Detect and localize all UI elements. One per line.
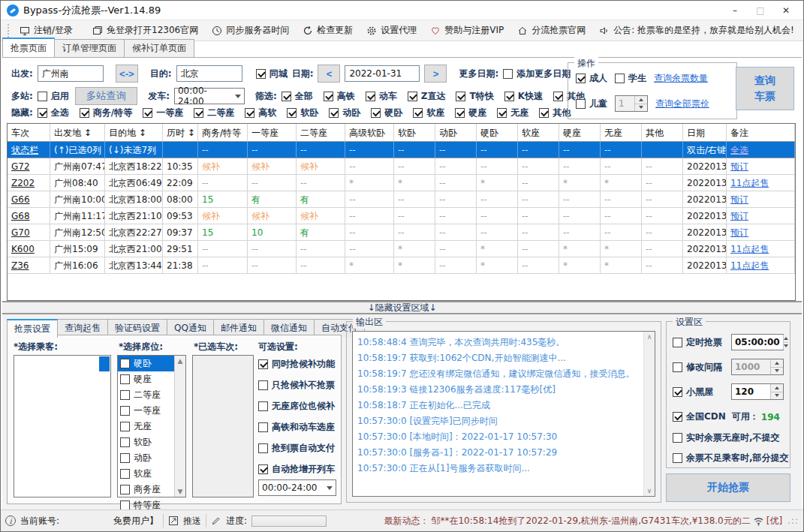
hide-checkbox-硬座[interactable]: 硬座 [455,107,486,119]
hide-checkbox-二等座[interactable]: 二等座 [194,107,234,119]
table-header-cell[interactable]: 其他 [642,124,683,142]
option-checkbox-自动抢增开列车[interactable]: 自动抢增开列车 [258,463,335,476]
date-prev-button[interactable]: < [318,65,340,83]
table-header-cell[interactable]: 软座 [518,124,559,142]
settings-tab-抢票设置[interactable]: 抢票设置 [7,319,58,338]
booking-link[interactable]: 预订 [730,211,748,221]
date-next-button[interactable]: > [424,65,447,83]
table-row[interactable]: G68广州南11:17北京西21:1009:53候补候补候补----------… [8,208,795,224]
tab-候补订单页面[interactable]: 候补订单页面 [124,39,194,57]
filter-checkbox-动车[interactable]: 动车 [366,90,397,103]
tab-抢票页面[interactable]: 抢票页面 [2,38,55,57]
table-header-cell[interactable]: 出发地 ↕ [50,124,105,142]
option-checkbox-无座席位也候补[interactable]: 无座席位也候补 [258,400,335,413]
seat-option-无座[interactable]: 无座 [118,419,174,434]
toolbar-item-2[interactable]: 免登录打开12306官网 [87,22,203,39]
grab-time-range-dropdown[interactable]: 00:00-24:00 [258,479,336,496]
setting-checkbox-余票不足乘客时,部分提交[interactable]: 余票不足乘客时,部分提交 [673,452,784,464]
train-number-link[interactable]: G70 [11,227,30,238]
hide-checkbox-高软[interactable]: 高软 [245,107,276,119]
booking-link[interactable]: 11点起售 [730,260,769,271]
train-number-link[interactable]: K600 [11,244,35,254]
selected-trains-box[interactable] [192,355,254,497]
table-row[interactable]: Z36广州16:06北京西13:4421:38------**--*--**--… [8,257,795,274]
train-number-link[interactable]: G68 [11,211,30,221]
close-button[interactable]: ✕ [775,3,797,18]
child-checkbox[interactable]: 儿童 [576,98,607,110]
table-header-cell[interactable]: 软卧 [394,124,435,142]
seat-option-一等座[interactable]: 一等座 [118,403,174,419]
table-header-cell[interactable]: 车次 [8,124,50,142]
seat-listbox[interactable]: 硬卧硬座二等座一等座无座软卧动卧软座商务座特等座 ▲▼ [117,355,186,497]
filter-checkbox-T特快[interactable]: T特快 [456,90,493,103]
option-checkbox-只抢候补不抢票[interactable]: 只抢候补不抢票 [258,379,335,392]
tab-订单管理页面[interactable]: 订单管理页面 [54,39,125,57]
option-checkbox-高铁和动车选座[interactable]: 高铁和动车选座 [258,421,335,434]
seat-option-动卧[interactable]: 动卧 [118,450,174,466]
table-header-cell[interactable]: 商务/特等 [198,124,248,142]
toolbar-item-3[interactable]: 同步服务器时间 [206,22,294,39]
hide-settings-splitter[interactable]: ↓隐藏设置区域↓ [2,301,802,314]
seat-scrollbar[interactable]: ▲▼ [174,356,185,497]
same-city-checkbox-box[interactable] [256,69,266,79]
table-row[interactable]: G70广州南12:50北京西22:2709:371510有-----------… [8,224,795,241]
table-header-cell[interactable]: 日期 [683,124,727,142]
option-checkbox-抢到票自动支付[interactable]: 抢到票自动支付 [258,442,335,455]
filter-checkbox-高铁[interactable]: 高铁 [324,90,355,103]
table-status-row[interactable]: 状态栏(↑)已选0列(↓)未选7列--------------------双击/… [8,142,795,158]
setting-spinner[interactable]: 05:00:00 [731,334,784,350]
table-row[interactable]: G66广州南10:00北京西18:0008:0015有有------------… [8,191,795,208]
toolbar-item-7[interactable]: 分流抢票官网 [512,22,591,39]
multi-query-button[interactable]: 多站查询 [75,87,137,105]
toolbar-item-5[interactable]: 设置代理 [361,22,422,39]
seat-option-软座[interactable]: 软座 [118,466,174,482]
table-header-cell[interactable]: 无座 [601,124,642,142]
dest-input[interactable] [176,65,242,82]
depart-input[interactable] [38,65,104,82]
booking-link[interactable]: 11点起售 [730,244,769,254]
depart-time-dropdown[interactable]: 00:00-24:00 [174,88,245,104]
table-row[interactable]: G72广州南07:47北京西18:2210:35候补候补候补----------… [8,158,795,175]
seat-option-二等座[interactable]: 二等座 [118,387,174,403]
setting-spinner[interactable]: 1000 [731,359,784,375]
minimize-button[interactable]: – [724,3,746,18]
output-scrollbar[interactable]: ∧∨ [643,332,655,496]
table-header-cell[interactable]: 硬卧 [477,124,518,142]
train-number-link[interactable]: G66 [11,194,30,205]
filter-checkbox-K快速[interactable]: K快速 [504,90,543,103]
maximize-button[interactable]: □ [749,3,772,18]
hide-checkbox-无座[interactable]: 无座 [497,107,528,119]
setting-checkbox-实时余票无座时,不提交[interactable]: 实时余票无座时,不提交 [673,431,784,444]
table-header-cell[interactable]: 历时 ↕ [163,124,198,142]
swap-stations-button[interactable]: <-> [116,65,138,83]
hide-checkbox-其他[interactable]: 其他 [539,107,571,119]
seat-option-硬卧[interactable]: 硬卧 [118,356,174,371]
seat-option-商务座[interactable]: 商务座 [118,482,174,497]
table-header-cell[interactable]: 动卧 [435,124,477,142]
hide-checkbox-软座[interactable]: 软座 [413,107,444,119]
same-city-checkbox[interactable]: 同城 [256,68,288,80]
cdn-checkbox[interactable] [673,412,682,422]
output-log[interactable]: ∧∨ 10:58:48:4 查询完毕，本次查询共用时:435毫秒。10:58:1… [352,331,655,497]
toolbar-item-4[interactable]: 检查更新 [297,22,358,39]
passenger-listbox[interactable] [14,355,111,497]
table-header-cell[interactable]: 硬座 [559,124,601,142]
query-remaining-link[interactable]: 查询余票数量 [654,72,708,85]
query-tickets-button[interactable]: 查询车票 [736,67,794,110]
status-bar-link[interactable]: 状态栏 [11,145,38,155]
toolbar-item-6[interactable]: 赞助与注册VIP [425,22,509,39]
hide-checkbox-硬卧[interactable]: 硬卧 [371,107,402,119]
train-number-link[interactable]: Z202 [11,178,35,188]
booking-link[interactable]: 预订 [730,161,748,172]
option-checkbox-同时抢候补功能[interactable]: 同时抢候补功能 [258,358,335,371]
booking-link[interactable]: 预订 [730,194,748,205]
seat-option-软卧[interactable]: 软卧 [118,434,174,450]
child-count-spinner[interactable]: 1 [615,95,648,112]
query-prices-link[interactable]: 查询全部票价 [655,98,709,110]
date-input[interactable] [345,65,420,82]
hide-checkbox-全选[interactable]: 全选 [38,107,69,119]
push-label[interactable]: 推送 [183,515,201,527]
train-number-link[interactable]: G72 [11,161,30,172]
table-row[interactable]: Z202广州08:40北京西06:4922:09------**--*--**-… [8,175,795,191]
filter-checkbox-Z直达[interactable]: Z直达 [408,90,446,103]
